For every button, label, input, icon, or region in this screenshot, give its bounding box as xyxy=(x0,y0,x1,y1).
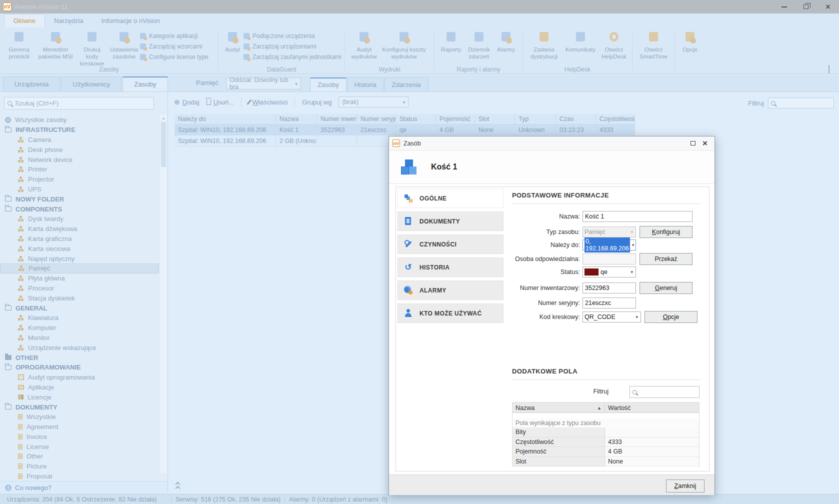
tree-scrollbar[interactable]: ▲ xyxy=(160,115,166,473)
zarzadzaj-wzorcami-button[interactable]: Zarządzaj wzorcami xyxy=(140,43,208,50)
osoba-input[interactable] xyxy=(582,254,636,264)
tree-item-pamiec[interactable]: Pamięć xyxy=(0,264,159,274)
tree-item-other[interactable]: OTHER xyxy=(0,352,159,362)
ribbon-tab-informacje[interactable]: Informacje o nVision xyxy=(92,14,170,28)
tree-item-projector[interactable]: Projector xyxy=(0,174,159,184)
tree-item-urzadzenie-wskazujace[interactable]: Urządzenie wskazujące xyxy=(0,342,159,352)
tree-item-aplikacje[interactable]: Aplikacje xyxy=(0,382,159,392)
panel-expander[interactable] xyxy=(176,482,180,490)
otworz-helpdesk-button[interactable]: Otwórz HelpDesk xyxy=(599,29,629,62)
column-header[interactable]: Pojemność xyxy=(436,114,475,124)
tab-urzadzenia[interactable]: Urządzenia xyxy=(3,76,60,92)
nav-historia[interactable]: ↺HISTORIA xyxy=(398,258,504,277)
table-row-selected[interactable]: Szpital: WIN10, 192.168.69.206 Kość 1 35… xyxy=(174,124,635,136)
przekaz-button[interactable]: Przekaż xyxy=(640,253,692,265)
sidebar-search[interactable] xyxy=(4,97,154,110)
field-row-slot[interactable]: Slot None xyxy=(512,457,699,467)
ribbon-tab-glowne[interactable]: Główne xyxy=(4,14,45,28)
tree-item-dokumenty[interactable]: DOKUMENTY xyxy=(0,402,159,412)
otworz-smarttime-button[interactable]: Otwórz SmartTime xyxy=(636,29,672,62)
opcje-button[interactable]: Opcje xyxy=(678,29,702,54)
tab-zasoby[interactable]: Zasoby xyxy=(122,76,168,92)
tree-item-wszystkie-zasoby[interactable]: Wszystkie zasoby xyxy=(0,115,159,125)
nalezy-do-dropdown[interactable]: 0, 192.168.69.206▾ xyxy=(582,240,636,250)
zarzadzaj-zaufanymi-button[interactable]: Zarządzaj zaufanymi jednostkami xyxy=(244,54,342,60)
nazwa-input[interactable] xyxy=(582,211,692,222)
configure-license-type-button[interactable]: Configure license type xyxy=(140,54,208,60)
whats-new-bar[interactable]: i Co nowego? xyxy=(0,481,168,494)
wlasciwosci-button[interactable]: Właściwości xyxy=(248,98,288,106)
numer-seryjny-input[interactable] xyxy=(582,298,636,308)
tree-item-printer[interactable]: Printer xyxy=(0,164,159,174)
column-header-wartosc[interactable]: Wartość xyxy=(605,402,699,413)
grupuj-wg-dropdown[interactable]: (brak)▾ xyxy=(338,96,408,108)
tree-item-karta-graficzna[interactable]: Karta graficzna xyxy=(0,234,159,244)
ustawienia-zasobow-button[interactable]: Ustawienia zasobów xyxy=(108,29,140,62)
tree-item-wszystkie[interactable]: Wszystkie xyxy=(0,412,159,422)
column-header[interactable]: Status xyxy=(396,114,436,124)
nav-czynnosci[interactable]: CZYNNOŚCI xyxy=(398,234,504,254)
tree-item-karta-sieciowa[interactable]: Karta sieciowa xyxy=(0,244,159,254)
tree-item-klawiatura[interactable]: Klawiatura xyxy=(0,313,159,323)
tree-item-procesor[interactable]: Procesor xyxy=(0,284,159,294)
whats-new-link[interactable]: Co nowego? xyxy=(15,484,52,492)
ribbon-tab-narzedzia[interactable]: Narzędzia xyxy=(45,14,92,28)
tree-item-camera[interactable]: Camera xyxy=(0,135,159,145)
konfiguruj-koszty-button[interactable]: Konfiguruj koszty wydruków xyxy=(380,29,428,62)
column-header[interactable]: Typ xyxy=(515,114,556,124)
restore-button[interactable] xyxy=(795,0,817,14)
raporty-button[interactable]: Raporty xyxy=(438,29,464,54)
column-header-nazwa[interactable]: Nazwa▲ xyxy=(512,402,605,413)
nav-kto-moze-uzywac[interactable]: KTO MOŻE UŻYWAĆ xyxy=(398,304,504,323)
search-input[interactable] xyxy=(15,100,150,107)
subtab-historia[interactable]: Historia xyxy=(347,78,384,92)
tree-item-license[interactable]: License xyxy=(0,442,159,452)
generuj-button[interactable]: Generuj xyxy=(640,282,692,294)
dialog-maximize-button[interactable] xyxy=(690,141,696,146)
tree-item-karta-dzwiekowa[interactable]: Karta dźwiękowa xyxy=(0,224,159,234)
tree-item-naped-optyczny[interactable]: Napęd optyczny xyxy=(0,254,159,264)
column-header[interactable]: Czas xyxy=(556,114,596,124)
tree-item-monitor[interactable]: Monitor xyxy=(0,333,159,343)
komunikaty-button[interactable]: Komunikaty xyxy=(562,29,599,54)
zarzadzaj-urzadzeniami-button[interactable]: Zarządzaj urządzeniami xyxy=(244,43,342,50)
tab-uzytkownicy[interactable]: Użytkownicy xyxy=(61,76,122,92)
ribbon-collapse-button[interactable] xyxy=(828,66,833,70)
tree-item-audyt-oprogramowania[interactable]: Audyt oprogramowania xyxy=(0,372,159,382)
tree-item-invoice[interactable]: Invoice xyxy=(0,432,159,442)
filtruj-input-box[interactable] xyxy=(630,386,700,398)
zamknij-button[interactable]: Zamknij xyxy=(666,480,704,492)
dodaj-button[interactable]: ⊕Dodaj xyxy=(174,98,200,106)
kategorie-aplikacji-button[interactable]: Kategorie aplikacji xyxy=(140,32,208,40)
tree-item-stacja-dyskietek[interactable]: Stacja dyskietek xyxy=(0,293,159,303)
column-header[interactable]: Numer inwent… xyxy=(317,114,357,124)
field-row-bity[interactable]: Bity xyxy=(512,428,699,438)
tree-item-nowy-folder[interactable]: NOWY FOLDER xyxy=(0,194,159,204)
kod-kreskowy-dropdown[interactable]: QR_CODE▾ xyxy=(582,312,641,322)
numer-inwentarzowy-input[interactable] xyxy=(582,282,636,294)
tree-item-desk-phone[interactable]: Desk phone xyxy=(0,144,159,154)
drukuj-kody-kreskowe-button[interactable]: Drukuj kody kreskowe xyxy=(76,29,108,68)
konfiguruj-button[interactable]: Konfiguruj xyxy=(640,226,692,238)
menedzer-pakietow-msi-button[interactable]: Menedżer pakietów MSI xyxy=(35,29,76,62)
tree-item-oprogramowanie[interactable]: OPROGRAMOWANIE xyxy=(0,362,159,372)
subtab-zasoby[interactable]: Zasoby xyxy=(310,78,346,92)
tree-item-general[interactable]: GENERAL xyxy=(0,303,159,313)
tree-item-plyta-glowna[interactable]: Płyta główna xyxy=(0,274,159,284)
column-header[interactable]: Nazwa xyxy=(276,114,317,124)
tree-item-other-doc[interactable]: Other xyxy=(0,452,159,462)
podlaczone-urzadzenia-button[interactable]: Podłączone urządzenia xyxy=(244,32,342,40)
filtruj-input-box[interactable] xyxy=(768,98,834,108)
tree-item-dysk-twardy[interactable]: Dysk twardy xyxy=(0,214,159,224)
nav-ogolne[interactable]: OGÓLNE xyxy=(398,188,504,208)
tree-item-ups[interactable]: UPS xyxy=(0,184,159,194)
audyt-button[interactable]: Audyt xyxy=(222,29,244,54)
minimize-button[interactable] xyxy=(773,0,795,14)
generuj-protokol-button[interactable]: Generuj protokół xyxy=(3,29,35,62)
opcje-button[interactable]: Opcje xyxy=(644,311,698,323)
column-header[interactable]: Slot xyxy=(475,114,515,124)
column-header[interactable]: Częstotliwość xyxy=(596,114,635,124)
tree-item-components[interactable]: COMPONENTS xyxy=(0,204,159,214)
tree-item-proposal[interactable]: Proposal xyxy=(0,472,159,481)
zadania-dystrybucji-button[interactable]: Zadania dystrybucji xyxy=(526,29,562,62)
